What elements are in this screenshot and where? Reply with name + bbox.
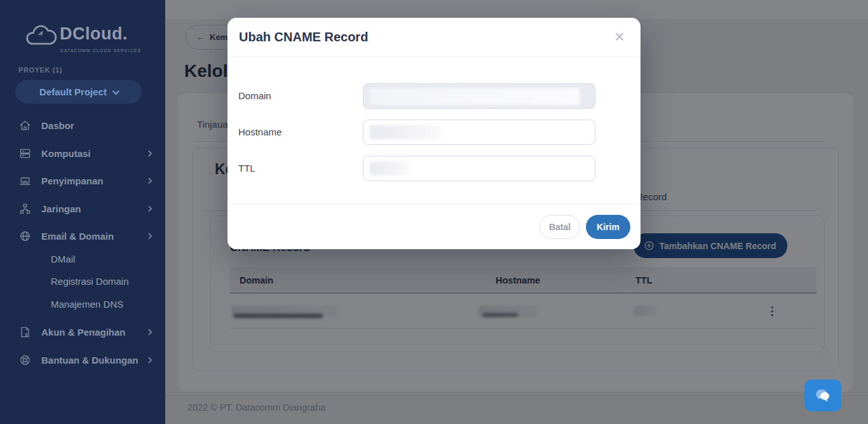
sidebar-subitem-manajemen-dns[interactable]: Manajemen DNS <box>51 299 123 310</box>
sidebar-item-label: Penyimpanan <box>41 175 104 186</box>
submit-button[interactable]: Kirim <box>586 215 630 239</box>
close-icon[interactable]: × <box>609 26 630 48</box>
sidebar-item-label: Dasbor <box>41 120 74 131</box>
dcloud-logo: DCloud. <box>24 24 128 48</box>
chevron-right-icon <box>146 233 153 239</box>
storage-icon <box>19 175 31 187</box>
sidebar-item-akun-penagihan[interactable]: $ Akun & Penagihan <box>0 324 165 340</box>
sidebar-item-label: Bantuan & Dukungan <box>41 355 139 366</box>
sidebar-item-bantuan-dukungan[interactable]: Bantuan & Dukungan <box>0 352 165 368</box>
cloud-icon <box>24 24 57 48</box>
project-section-label: PROYEK (1) <box>18 66 62 74</box>
sidebar-item-penyimpanan[interactable]: Penyimpanan <box>0 172 165 189</box>
compute-icon <box>19 147 31 160</box>
ttl-field[interactable] <box>363 156 595 181</box>
chevron-right-icon <box>146 329 153 335</box>
sidebar-item-label: Akun & Penagihan <box>41 327 126 338</box>
cancel-button[interactable]: Batal <box>539 215 580 239</box>
brand-tagline: DATACOMM CLOUD SERVICES <box>60 48 141 53</box>
modal-footer-divider <box>227 203 641 204</box>
chevron-right-icon <box>146 177 153 184</box>
hostname-field[interactable] <box>363 120 595 145</box>
sidebar: DCloud. DATACOMM CLOUD SERVICES PROYEK (… <box>0 0 165 424</box>
sidebar-item-email-domain[interactable]: Email & Domain <box>0 228 165 244</box>
redacted-domain-input-value <box>370 88 580 105</box>
sidebar-item-komputasi[interactable]: Komputasi <box>0 145 165 161</box>
brand-name: DCloud. <box>60 24 128 44</box>
domain-field <box>363 83 595 109</box>
app-root: DCloud. DATACOMM CLOUD SERVICES PROYEK (… <box>0 0 868 424</box>
sidebar-item-label: Jaringan <box>41 203 81 214</box>
network-icon <box>19 203 31 215</box>
redacted-ttl-input-value <box>370 161 409 175</box>
sidebar-item-label: Email & Domain <box>41 231 114 242</box>
globe-icon <box>19 230 31 242</box>
sidebar-item-label: Komputasi <box>41 148 91 159</box>
edit-cname-modal: Ubah CNAME Record × Domain Hostname TTL … <box>227 18 641 249</box>
chevron-right-icon <box>146 357 153 363</box>
support-icon <box>19 354 31 366</box>
chevron-right-icon <box>146 205 153 212</box>
sidebar-item-jaringan[interactable]: Jaringan <box>0 200 165 217</box>
sidebar-subitem-dmail[interactable]: DMail <box>51 254 75 264</box>
billing-icon: $ <box>19 326 31 338</box>
chevron-down-icon <box>112 87 119 94</box>
redacted-hostname-input-value <box>370 125 441 139</box>
project-selector-label: Default Project <box>39 86 107 97</box>
ttl-field-label: TTL <box>238 163 255 174</box>
hostname-field-label: Hostname <box>238 127 281 137</box>
sidebar-item-dasbor[interactable]: Dasbor <box>0 117 165 133</box>
chat-icon <box>813 387 832 404</box>
chat-button[interactable] <box>804 380 841 411</box>
project-selector[interactable]: Default Project <box>15 80 142 104</box>
home-icon <box>19 120 31 132</box>
modal-header: Ubah CNAME Record × <box>227 18 641 57</box>
domain-field-label: Domain <box>238 90 271 101</box>
svg-text:$: $ <box>25 332 28 337</box>
modal-title: Ubah CNAME Record <box>239 30 368 44</box>
chevron-right-icon <box>146 150 153 156</box>
sidebar-subitem-registrasi-domain[interactable]: Registrasi Domain <box>51 276 129 287</box>
main-area: ← Kem Kelola Tinjaua Ke A Record CNAME R… <box>165 0 868 424</box>
